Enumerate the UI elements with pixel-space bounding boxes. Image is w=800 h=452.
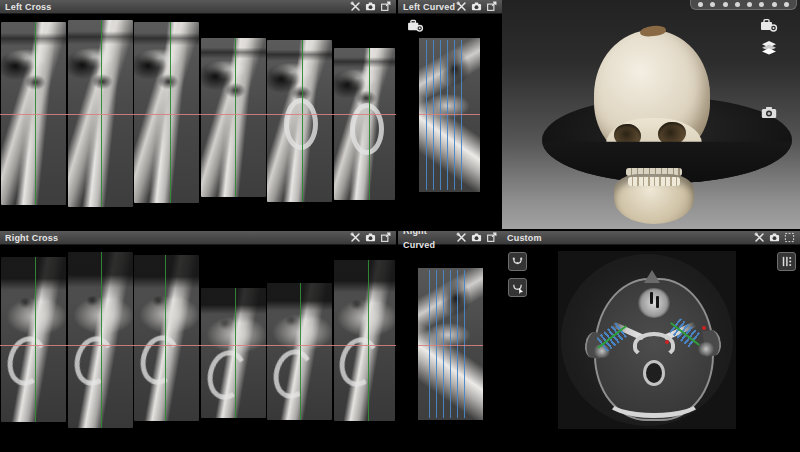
crosshair-vertical-line[interactable] xyxy=(300,283,301,420)
panel-custom: Custom xyxy=(502,231,800,452)
camera-icon[interactable] xyxy=(761,106,777,119)
ct-slice-viewport[interactable] xyxy=(134,22,199,203)
crosshair-vertical-line[interactable] xyxy=(101,252,102,428)
panel-header-icons xyxy=(456,1,497,12)
toolbox-settings-icon[interactable] xyxy=(760,18,778,32)
axial-nasal-sinus xyxy=(638,288,670,318)
crosshair-vertical-line[interactable] xyxy=(235,288,236,418)
panel-header: Custom xyxy=(502,231,800,245)
arch-edit-icon xyxy=(511,281,524,294)
crosshair-horizontal-line[interactable] xyxy=(419,114,480,115)
ct-slice-viewport[interactable] xyxy=(334,260,395,421)
panel-left-curved: Left Curved xyxy=(398,0,502,229)
crosshair-vertical-line[interactable] xyxy=(170,22,171,203)
camera-icon[interactable] xyxy=(769,232,780,243)
skull-lower-teeth xyxy=(628,177,680,186)
cross-slice-position-lines[interactable] xyxy=(429,270,467,418)
tools-icon[interactable] xyxy=(350,232,361,243)
arch-points-icon xyxy=(511,255,524,268)
panel-title: Left Cross xyxy=(5,0,52,14)
crosshair-vertical-line[interactable] xyxy=(235,38,236,197)
crosshair-horizontal-line[interactable] xyxy=(0,114,396,115)
toolbar-button[interactable] xyxy=(747,2,752,7)
toolbar-button[interactable] xyxy=(698,2,703,7)
toolbar-button[interactable] xyxy=(784,2,789,7)
panel-header-icons xyxy=(456,232,497,243)
crosshair-vertical-line[interactable] xyxy=(369,48,370,200)
slice-list-icon xyxy=(780,255,793,268)
crosshair-horizontal-line[interactable] xyxy=(418,345,483,346)
crosshair-vertical-line[interactable] xyxy=(368,260,369,421)
axial-fov-circle xyxy=(561,254,733,426)
panel-title: Right Curved xyxy=(403,231,456,252)
tools-icon[interactable] xyxy=(754,232,765,243)
panel-header: Right Curved xyxy=(398,231,502,245)
crosshair-vertical-line[interactable] xyxy=(35,257,36,422)
ct-slice-viewport[interactable] xyxy=(68,252,133,428)
tmj-viewer-screen: Left Cross Left Curved xyxy=(0,0,800,452)
toolbar-button[interactable] xyxy=(710,2,715,7)
ct-slice-viewport[interactable] xyxy=(267,283,332,420)
panel-left-cross: Left Cross xyxy=(0,0,396,229)
crosshair-vertical-line[interactable] xyxy=(165,255,166,421)
panel-header: Left Curved xyxy=(398,0,502,14)
layers-icon[interactable] xyxy=(761,40,777,55)
camera-icon[interactable] xyxy=(471,1,482,12)
view-orientation-toolbar xyxy=(690,0,797,10)
panel-header: Right Cross xyxy=(0,231,396,245)
crosshair-vertical-line[interactable] xyxy=(302,40,303,202)
toolbar-button[interactable] xyxy=(772,2,777,7)
ct-slice-viewport[interactable] xyxy=(201,38,266,197)
camera-icon[interactable] xyxy=(365,232,376,243)
panel-title: Left Curved xyxy=(403,0,455,14)
arch-points-button[interactable] xyxy=(508,252,527,271)
panel-right-cross: Right Cross xyxy=(0,231,396,452)
camera-icon[interactable] xyxy=(471,232,482,243)
float-window-icon[interactable] xyxy=(380,232,391,243)
panel-title: Right Cross xyxy=(5,231,58,245)
panel-header: Left Cross xyxy=(0,0,396,14)
axial-occipital-rim xyxy=(605,382,703,418)
float-window-icon[interactable] xyxy=(486,1,497,12)
panel-header-icons xyxy=(754,232,795,243)
toolbar-button[interactable] xyxy=(735,2,740,7)
float-window-icon[interactable] xyxy=(486,232,497,243)
axial-nasal-cavity xyxy=(656,296,659,308)
axial-nose xyxy=(644,270,660,283)
ct-slice-viewport[interactable] xyxy=(1,257,66,422)
dashed-layout-icon[interactable] xyxy=(784,232,795,243)
tools-icon[interactable] xyxy=(350,1,361,12)
axial-slice-viewport[interactable] xyxy=(558,251,736,429)
camera-icon[interactable] xyxy=(365,1,376,12)
tools-icon[interactable] xyxy=(456,232,467,243)
axial-pharynx-arch xyxy=(633,332,675,358)
slice-list-button[interactable] xyxy=(777,252,796,271)
panel-header-icons xyxy=(350,232,391,243)
tools-icon[interactable] xyxy=(456,1,467,12)
crosshair-horizontal-line[interactable] xyxy=(0,345,396,346)
cross-slice-position-lines[interactable] xyxy=(426,40,464,190)
panel-header-icons xyxy=(350,1,391,12)
float-window-icon[interactable] xyxy=(380,1,391,12)
ct-slice-viewport[interactable] xyxy=(334,48,395,200)
ct-slice-viewport[interactable] xyxy=(134,255,199,421)
curved-slice-viewport[interactable] xyxy=(419,38,480,192)
toolbar-button[interactable] xyxy=(759,2,764,7)
toolbox-settings-icon[interactable] xyxy=(407,19,424,32)
ct-slice-viewport[interactable] xyxy=(201,288,266,418)
panel-title: Custom xyxy=(507,231,542,245)
arch-edit-button[interactable] xyxy=(508,278,527,297)
curved-slice-viewport[interactable] xyxy=(418,268,483,420)
panel-right-curved: Right Curved xyxy=(398,231,502,452)
panel-volume-3d[interactable] xyxy=(502,0,800,229)
axial-nasal-septum xyxy=(650,292,653,304)
tmj-endpoint-dot[interactable] xyxy=(665,340,669,344)
toolbar-button[interactable] xyxy=(723,2,728,7)
tmj-endpoint-dot[interactable] xyxy=(702,326,706,330)
ct-slice-viewport[interactable] xyxy=(267,40,332,202)
